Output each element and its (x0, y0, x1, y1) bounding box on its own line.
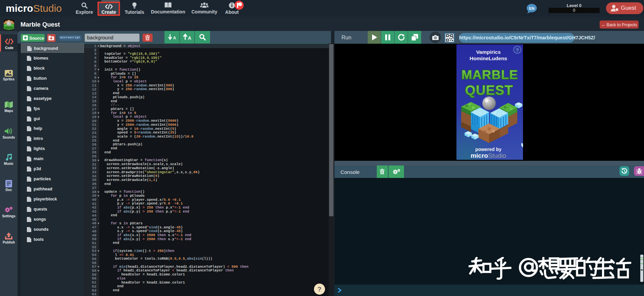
svg-text:EN: EN (529, 6, 534, 10)
svg-text:HomineLudens: HomineLudens (470, 56, 507, 61)
svg-text:powered by: powered by (475, 147, 501, 152)
svg-text:MARBLE: MARBLE (461, 68, 518, 82)
svg-text:microStudio: microStudio (471, 152, 506, 159)
svg-text:Vampirics: Vampirics (476, 49, 500, 55)
svg-text:QUEST: QUEST (465, 83, 513, 98)
svg-text:?: ? (516, 47, 519, 53)
svg-text:A: A (173, 36, 176, 40)
svg-text:A: A (188, 35, 191, 41)
